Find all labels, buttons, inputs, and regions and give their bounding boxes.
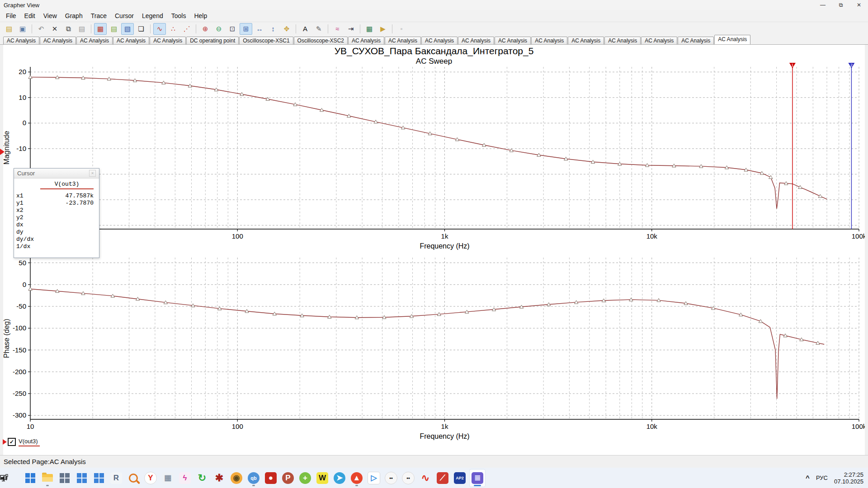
taskbar-eye-utility-icon[interactable]: ◉ <box>229 469 244 487</box>
taskbar-file-explorer-icon[interactable] <box>40 469 55 487</box>
taskbar-win-gray-icon[interactable] <box>57 469 72 487</box>
paste-icon[interactable]: ▤ <box>75 23 88 35</box>
cursor-panel-close-icon[interactable]: ✕ <box>89 170 96 177</box>
menu-view[interactable]: View <box>39 11 61 21</box>
copy-icon[interactable]: ⧉ <box>62 23 75 35</box>
tab-10-ac-analysis[interactable]: AC Analysis <box>421 37 458 44</box>
taskbar-search-icon[interactable] <box>126 469 141 487</box>
taskbar-remote-r-icon[interactable]: R <box>108 469 124 487</box>
taskbar-calculator-icon[interactable]: ▦ <box>160 469 175 487</box>
tab-4-ac-analysis[interactable]: AC Analysis <box>150 37 186 44</box>
open-file-icon[interactable]: ▤ <box>3 23 15 35</box>
taskbar-win-blue-2-icon[interactable] <box>74 469 90 487</box>
language-indicator[interactable]: РУС <box>816 474 828 481</box>
tab-8-ac-analysis[interactable]: AC Analysis <box>348 37 384 44</box>
taskbar-media-play-icon[interactable]: ▷ <box>366 469 382 487</box>
menu-graph[interactable]: Graph <box>61 11 87 21</box>
taskbar-batman-app-icon[interactable]: W <box>315 469 330 487</box>
tab-5-dc-operating-point[interactable]: DC operating point <box>186 37 239 44</box>
undo-icon[interactable]: ↶ <box>35 23 47 35</box>
zoom-x-icon[interactable]: ↔ <box>253 23 266 35</box>
menu-trace[interactable]: Trace <box>87 11 111 21</box>
tab-9-ac-analysis[interactable]: AC Analysis <box>385 37 421 44</box>
speaker-icon[interactable] <box>0 474 9 482</box>
taskbar-locker-icon[interactable]: ● <box>263 469 278 487</box>
menu-file[interactable]: File <box>2 11 20 21</box>
scatter-trace-icon[interactable]: ∴ <box>167 23 179 35</box>
menu-tools[interactable]: Tools <box>167 11 190 21</box>
delete-icon[interactable]: ✕ <box>48 23 61 35</box>
annotation-icon[interactable]: ✎ <box>312 23 325 35</box>
taskbar-sync-icon[interactable]: ↻ <box>194 469 210 487</box>
zoom-y-icon[interactable]: ↕ <box>267 23 279 35</box>
cursor-row-label: dy/dx <box>16 236 34 243</box>
x-axis-label: Frequency (Hz) <box>420 432 469 440</box>
cursor-rows: x147.7587ky1-23.7870x2y2dxdydy/dx1/dx <box>14 192 99 250</box>
tab-0-ac-analysis[interactable]: AC Analysis <box>3 37 39 44</box>
taskbar-grapher-icon[interactable]: ≣ <box>469 469 486 487</box>
tab-12-ac-analysis[interactable]: AC Analysis <box>495 37 531 44</box>
minimize-button[interactable]: — <box>814 0 832 10</box>
taskbar-dp-paint-icon[interactable]: ϟ <box>177 469 193 487</box>
taskbar-signal-app-icon[interactable]: ∿ <box>418 469 433 487</box>
taskbar-foobar2000-2-icon[interactable]: •• <box>401 469 416 487</box>
line-trace-icon[interactable]: ∿ <box>153 23 166 35</box>
tab-14-ac-analysis[interactable]: AC Analysis <box>568 37 604 44</box>
zoom-in-icon[interactable]: ⊕ <box>199 23 212 35</box>
taskbar-p-app-icon[interactable]: P <box>280 469 296 487</box>
overlay-icon[interactable]: ❏ <box>135 23 147 35</box>
taskbar-toolbox-icon[interactable]: ⟋ <box>435 469 450 487</box>
restore-button[interactable]: ⧉ <box>832 0 850 10</box>
cursor-panel[interactable]: Cursor ✕ V(out3) x147.7587ky1-23.7870x2y… <box>14 168 99 258</box>
taskbar-qbittorrent-icon[interactable]: qb <box>246 469 261 487</box>
taskbar-start-icon[interactable] <box>23 469 38 487</box>
taskbar-ap2-icon[interactable]: AP2 <box>452 469 467 487</box>
cursor-panel-titlebar[interactable]: Cursor ✕ <box>14 169 99 178</box>
show-legend-icon[interactable]: ▤ <box>108 23 120 35</box>
zoom-out-icon[interactable]: ⊖ <box>212 23 225 35</box>
tab-15-ac-analysis[interactable]: AC Analysis <box>604 37 641 44</box>
export-data-icon[interactable]: ⇥ <box>344 23 357 35</box>
taskbar-win-blue-3-icon[interactable] <box>91 469 107 487</box>
page-left-margin <box>0 45 3 455</box>
toolbar-separator <box>150 24 151 33</box>
disabled-tool-icon[interactable]: ▪ <box>395 23 408 35</box>
taskbar-brave-icon[interactable]: ▲ <box>349 469 364 487</box>
graph-properties-icon[interactable]: ▧ <box>121 23 134 35</box>
pan-icon[interactable]: ✥ <box>280 23 293 35</box>
close-button[interactable]: ✕ <box>850 0 868 10</box>
zoom-fit-icon[interactable]: ⊞ <box>240 23 252 35</box>
taskbar-foobar2000-icon[interactable]: •• <box>383 469 399 487</box>
tab-17-ac-analysis[interactable]: AC Analysis <box>678 37 714 44</box>
menu-edit[interactable]: Edit <box>20 11 39 21</box>
zoom-window-icon[interactable]: ⊡ <box>226 23 239 35</box>
taskbar-cloud-plus-icon[interactable]: + <box>297 469 313 487</box>
taskbar-pest-tool-icon[interactable]: ✱ <box>212 469 227 487</box>
tab-13-ac-analysis[interactable]: AC Analysis <box>531 37 567 44</box>
tab-11-ac-analysis[interactable]: AC Analysis <box>458 37 494 44</box>
save-icon[interactable]: ▣ <box>16 23 29 35</box>
tab-6-oscilloscope-xsc1[interactable]: Oscilloscope-XSC1 <box>239 37 293 44</box>
overlay-traces-icon[interactable]: ≈ <box>331 23 344 35</box>
export-labview-icon[interactable]: ▶ <box>377 23 389 35</box>
export-excel-icon[interactable]: ▦ <box>363 23 376 35</box>
menu-legend[interactable]: Legend <box>138 11 167 21</box>
legend-trace-label[interactable]: V(out3) <box>19 438 40 446</box>
y-tick-label: -200 <box>13 368 26 375</box>
legend-checkbox[interactable]: ✓ <box>8 438 16 446</box>
tab-16-ac-analysis[interactable]: AC Analysis <box>641 37 677 44</box>
add-text-icon[interactable]: A <box>299 23 311 35</box>
menu-cursor[interactable]: Cursor <box>111 11 138 21</box>
tab-18-ac-analysis[interactable]: AC Analysis <box>714 35 750 44</box>
clock[interactable]: 2:27:25 07.10.2025 <box>834 471 863 485</box>
tab-2-ac-analysis[interactable]: AC Analysis <box>76 37 113 44</box>
tab-1-ac-analysis[interactable]: AC Analysis <box>40 37 76 44</box>
tab-7-oscilloscope-xsc2[interactable]: Oscilloscope-XSC2 <box>294 37 348 44</box>
tray-overflow-chevron-icon[interactable]: ^ <box>806 474 810 482</box>
taskbar-telegram-icon[interactable]: ➤ <box>332 469 347 487</box>
show-grid-icon[interactable]: ▦ <box>94 23 107 35</box>
taskbar-yandex-browser-icon[interactable]: Y <box>143 469 158 487</box>
menu-help[interactable]: Help <box>190 11 211 21</box>
tab-3-ac-analysis[interactable]: AC Analysis <box>113 37 149 44</box>
line-scatter-trace-icon[interactable]: ⋰ <box>180 23 193 35</box>
